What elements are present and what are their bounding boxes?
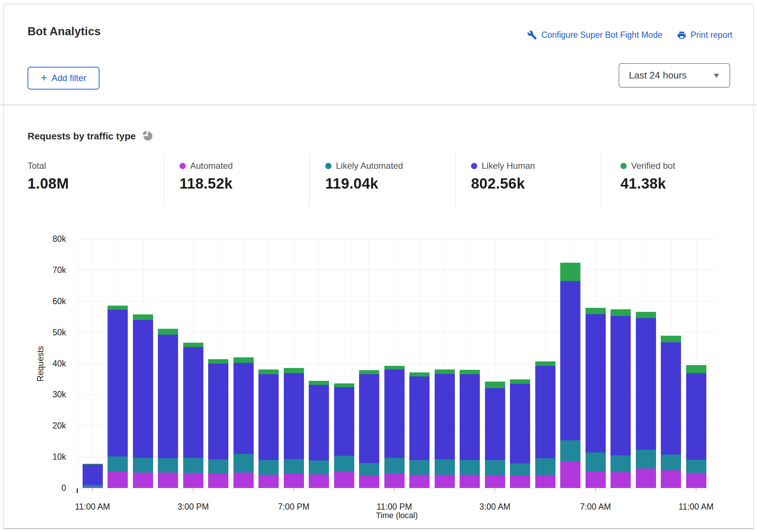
y-axis-tick-label: 0 (29, 483, 66, 493)
bar-segment-verified-bot (510, 379, 530, 384)
bar-segment-likely-human (460, 374, 480, 460)
add-filter-label: Add filter (51, 73, 86, 83)
time-range-value: Last 24 hours (629, 70, 687, 81)
bar-segment-verified-bot (83, 464, 103, 465)
bar-6-5-00-pm[interactable] (233, 357, 254, 488)
bar-segment-likely-automated (560, 440, 580, 462)
bar-8-7-00-pm[interactable] (284, 368, 304, 488)
bar-segment-automated (661, 470, 681, 488)
bar-segment-verified-bot (208, 359, 228, 364)
bar-12-11-00-pm[interactable] (384, 366, 405, 488)
bar-segment-likely-human (535, 366, 555, 458)
bar-segment-automated (560, 462, 580, 488)
bar-segment-likely-human (384, 369, 405, 458)
bar-22-9-00-am[interactable] (636, 312, 656, 488)
bar-segment-likely-human (158, 335, 178, 458)
stat-automated[interactable]: Automated118.52k (180, 161, 233, 192)
bar-2-1-00-pm[interactable] (133, 314, 153, 488)
pie-chart-icon (142, 130, 153, 143)
bar-23-10-00-am[interactable] (661, 336, 681, 488)
legend-dot-automated (180, 163, 186, 169)
x-axis-title: Time (local) (342, 511, 452, 520)
x-axis-tick-label: 7:00 AM (566, 502, 625, 512)
stat-verified-bot[interactable]: Verified bot41.38k (620, 161, 675, 192)
configure-link-label: Configure Super Bot Fight Mode (541, 30, 662, 40)
printer-icon (677, 30, 687, 40)
bar-segment-likely-automated (586, 452, 606, 471)
x-axis-tick-label: 11:00 PM (365, 502, 424, 512)
stat-value: 802.56k (471, 175, 535, 192)
bar-segment-likely-human (133, 320, 153, 458)
bar-segment-likely-automated (158, 458, 178, 473)
configure-super-bot-fight-mode-link[interactable]: Configure Super Bot Fight Mode (527, 30, 662, 40)
bar-segment-automated (108, 471, 128, 488)
bar-16-3-00-am[interactable] (485, 382, 505, 488)
section-title: Requests by traffic type (28, 131, 136, 142)
bar-24-11-00-am[interactable] (686, 365, 706, 488)
bar-0-11-00-am[interactable] (83, 464, 103, 488)
time-range-dropdown[interactable]: Last 24 hours ▼ (619, 63, 730, 88)
bar-segment-likely-human (233, 363, 254, 454)
bar-14-1-00-am[interactable] (435, 369, 455, 488)
bar-segment-likely-automated (384, 458, 405, 473)
bar-segment-likely-human (359, 374, 379, 463)
stat-label: Total (28, 161, 46, 171)
bar-20-7-00-am[interactable] (586, 308, 606, 488)
bar-segment-likely-automated (309, 460, 329, 474)
bar-segment-likely-human (586, 314, 606, 453)
stat-likely-automated[interactable]: Likely Automated119.04k (325, 161, 403, 192)
bar-segment-verified-bot (133, 314, 153, 320)
bar-segment-verified-bot (611, 309, 631, 316)
bar-10-9-00-pm[interactable] (334, 383, 354, 488)
bar-5-4-00-pm[interactable] (208, 359, 228, 488)
bar-segment-likely-automated (258, 460, 279, 475)
bar-segment-automated (460, 475, 480, 488)
x-axis-tick (595, 488, 596, 491)
bar-segment-verified-bot (284, 368, 304, 373)
bar-segment-verified-bot (636, 312, 656, 318)
origin-tick (77, 488, 78, 493)
bar-segment-likely-human (636, 318, 656, 450)
bar-segment-automated (686, 473, 706, 488)
bar-segment-likely-automated (409, 460, 430, 475)
bar-21-8-00-am[interactable] (611, 309, 631, 488)
bar-3-2-00-pm[interactable] (158, 329, 178, 488)
stat-value: 119.04k (325, 175, 403, 192)
bar-segment-likely-human (208, 364, 228, 459)
bar-18-5-00-am[interactable] (535, 361, 555, 488)
bar-segment-likely-automated (208, 459, 228, 474)
stat-divider (601, 153, 601, 208)
add-filter-button[interactable]: + Add filter (28, 67, 99, 90)
stat-value: 118.52k (180, 175, 233, 192)
bar-segment-automated (435, 475, 455, 488)
bar-segment-verified-bot (460, 370, 480, 374)
y-axis-tick-label: 40k (29, 359, 66, 369)
bar-segment-likely-human (409, 376, 430, 460)
y-axis-tick-label: 60k (29, 296, 66, 306)
bar-segment-likely-automated (183, 458, 203, 473)
bar-15-2-00-am[interactable] (460, 370, 480, 488)
stat-total: Total1.08M (28, 161, 69, 192)
bar-1-12-00-pm[interactable] (108, 306, 128, 488)
stat-divider (455, 153, 456, 208)
bar-segment-likely-automated (510, 463, 530, 475)
bar-7-6-00-pm[interactable] (258, 369, 279, 488)
wrench-icon (527, 30, 537, 40)
bar-segment-likely-human (611, 316, 631, 455)
bar-segment-likely-automated (359, 463, 379, 476)
bar-11-10-00-pm[interactable] (359, 370, 379, 488)
bar-segment-verified-bot (108, 306, 128, 310)
bar-9-8-00-pm[interactable] (309, 381, 329, 488)
x-axis-tick (193, 488, 193, 491)
bar-4-3-00-pm[interactable] (183, 343, 203, 488)
bar-segment-verified-bot (485, 382, 505, 388)
x-axis-tick-label: 11:00 AM (667, 502, 725, 512)
bar-segment-automated (359, 476, 379, 488)
x-axis-tick (696, 488, 696, 491)
bar-17-4-00-am[interactable] (510, 379, 530, 488)
bar-13-12-00-am[interactable] (409, 372, 430, 488)
print-report-link[interactable]: Print report (677, 30, 732, 40)
stat-likely-human[interactable]: Likely Human802.56k (471, 161, 535, 192)
bar-19-6-00-am[interactable] (560, 263, 580, 488)
bar-segment-verified-bot (535, 361, 555, 366)
